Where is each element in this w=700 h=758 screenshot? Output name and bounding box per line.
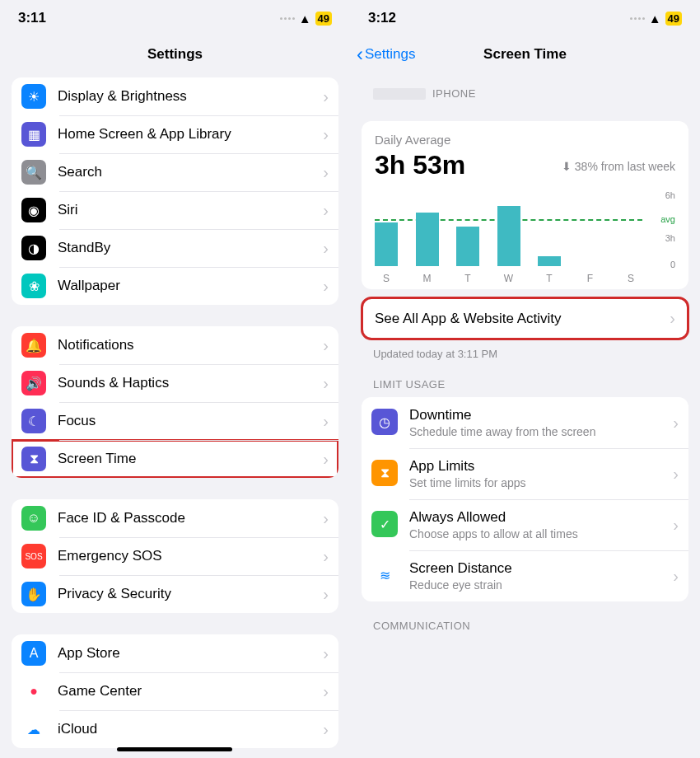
nav-bar: Settings [0, 36, 350, 73]
chevron-right-icon: › [323, 682, 329, 701]
chevron-right-icon: › [323, 336, 329, 355]
row-icon: ❀ [21, 274, 46, 298]
daily-average-card[interactable]: Daily Average 3h 53m ⬇ 38% from last wee… [362, 121, 688, 289]
daily-avg-value: 3h 53m [375, 150, 465, 180]
limit-subtitle: Reduce eye strain [409, 578, 661, 592]
settings-row-notifications[interactable]: 🔔 Notifications › [12, 326, 338, 364]
settings-row-face-id-passcode[interactable]: ☺ Face ID & Passcode › [12, 499, 338, 537]
limit-subtitle: Set time limits for apps [409, 476, 661, 489]
row-icon: ☺ [21, 506, 46, 531]
row-label: Game Center [58, 683, 311, 700]
bar-m [416, 213, 439, 266]
limit-icon: ≋ [371, 562, 398, 588]
x-label: T [456, 273, 479, 284]
limit-row-downtime[interactable]: ◷ Downtime Schedule time away from the s… [362, 397, 688, 448]
see-all-activity-row[interactable]: See All App & Website Activity › [362, 297, 688, 339]
limit-title: Downtime [409, 407, 661, 423]
limit-title: Always Allowed [409, 509, 661, 526]
settings-pane: 3:11 ▲ 49 Settings ☀ Display & Brightnes… [0, 0, 350, 758]
limit-icon: ◷ [371, 409, 398, 435]
settings-row-display-brightness[interactable]: ☀ Display & Brightness › [12, 77, 338, 115]
wifi-icon: ▲ [649, 12, 661, 26]
device-label: IPHONE [432, 87, 476, 100]
status-time: 3:11 [18, 10, 46, 26]
chevron-right-icon: › [323, 201, 329, 220]
trend-text: ⬇ 38% from last week [562, 160, 675, 173]
row-icon: ◑ [21, 236, 46, 260]
see-all-label: See All App & Website Activity [375, 311, 561, 327]
usage-chart: 6h avg 3h 0 SMTWTFS [375, 194, 675, 284]
device-header: IPHONE [350, 87, 700, 106]
chevron-right-icon: › [323, 450, 329, 469]
settings-row-sounds-haptics[interactable]: 🔊 Sounds & Haptics › [12, 364, 338, 402]
row-icon: ☁ [21, 717, 46, 742]
settings-row-game-center[interactable]: ● Game Center › [12, 672, 338, 710]
limit-subtitle: Choose apps to allow at all times [409, 527, 661, 540]
back-button[interactable]: ‹ Settings [357, 43, 415, 66]
row-icon: SOS [21, 544, 46, 568]
limit-row-always-allowed[interactable]: ✓ Always Allowed Choose apps to allow at… [362, 499, 688, 550]
chevron-right-icon: › [323, 585, 329, 604]
settings-row-home-screen-app-library[interactable]: ▦ Home Screen & App Library › [12, 115, 338, 153]
y-label-bot: 0 [670, 260, 675, 269]
chevron-left-icon: ‹ [357, 43, 363, 66]
settings-row-privacy-security[interactable]: ✋ Privacy & Security › [12, 575, 338, 613]
chevron-right-icon: › [323, 277, 329, 296]
row-label: iCloud [58, 721, 311, 737]
settings-row-app-store[interactable]: A App Store › [12, 634, 338, 672]
row-label: Display & Brightness [58, 88, 311, 105]
limit-icon: ✓ [371, 511, 398, 537]
status-bar: 3:12 ▲ 49 [350, 0, 700, 36]
row-label: Siri [58, 202, 311, 218]
y-label-top: 6h [665, 190, 675, 200]
limit-icon: ⧗ [371, 460, 398, 486]
limit-row-screen-distance[interactable]: ≋ Screen Distance Reduce eye strain › [362, 550, 688, 601]
limit-row-app-limits[interactable]: ⧗ App Limits Set time limits for apps › [362, 448, 688, 499]
x-label: F [579, 273, 602, 284]
y-label-mid: 3h [665, 233, 675, 243]
row-icon: ☀ [21, 84, 46, 109]
updated-text: Updated today at 3:11 PM [350, 339, 700, 360]
chevron-right-icon: › [323, 644, 329, 663]
settings-row-search[interactable]: 🔍 Search › [12, 153, 338, 191]
row-label: Wallpaper [58, 278, 311, 294]
chevron-right-icon: › [323, 720, 329, 739]
row-icon: ✋ [21, 582, 46, 606]
settings-row-wallpaper[interactable]: ❀ Wallpaper › [12, 267, 338, 305]
x-label: S [375, 273, 398, 284]
row-label: Privacy & Security [58, 586, 311, 602]
settings-row-siri[interactable]: ◉ Siri › [12, 191, 338, 229]
chevron-right-icon: › [673, 414, 679, 433]
row-label: StandBy [58, 240, 311, 256]
communication-header: COMMUNICATION [350, 620, 700, 639]
row-label: Search [58, 164, 311, 180]
chevron-right-icon: › [323, 509, 329, 528]
bar-t [456, 227, 479, 266]
settings-row-focus[interactable]: ☾ Focus › [12, 402, 338, 440]
home-indicator [117, 747, 232, 751]
chevron-right-icon: › [673, 516, 679, 535]
screentime-pane: 3:12 ▲ 49 ‹ Settings Screen Time IPHONE … [350, 0, 700, 758]
page-title: Screen Time [483, 46, 567, 63]
row-label: Sounds & Haptics [58, 375, 311, 391]
chevron-right-icon: › [323, 87, 329, 106]
limit-usage-header: LIMIT USAGE [350, 378, 700, 397]
row-icon: 🔔 [21, 333, 46, 358]
settings-row-emergency-sos[interactable]: SOS Emergency SOS › [12, 537, 338, 575]
limit-title: App Limits [409, 458, 661, 475]
row-label: Notifications [58, 337, 311, 353]
bar-t [538, 256, 561, 266]
row-label: Screen Time [58, 451, 311, 467]
device-name-redacted [373, 88, 426, 100]
settings-row-screen-time[interactable]: ⧗ Screen Time › [12, 440, 338, 478]
chevron-right-icon: › [673, 567, 679, 586]
limit-subtitle: Schedule time away from the screen [409, 425, 661, 438]
row-label: Emergency SOS [58, 548, 311, 564]
chevron-right-icon: › [323, 239, 329, 258]
settings-row-standby[interactable]: ◑ StandBy › [12, 229, 338, 267]
settings-row-icloud[interactable]: ☁ iCloud › [12, 710, 338, 748]
chevron-right-icon: › [323, 163, 329, 182]
back-label: Settings [365, 46, 415, 63]
row-label: Focus [58, 413, 311, 429]
row-label: App Store [58, 645, 311, 662]
